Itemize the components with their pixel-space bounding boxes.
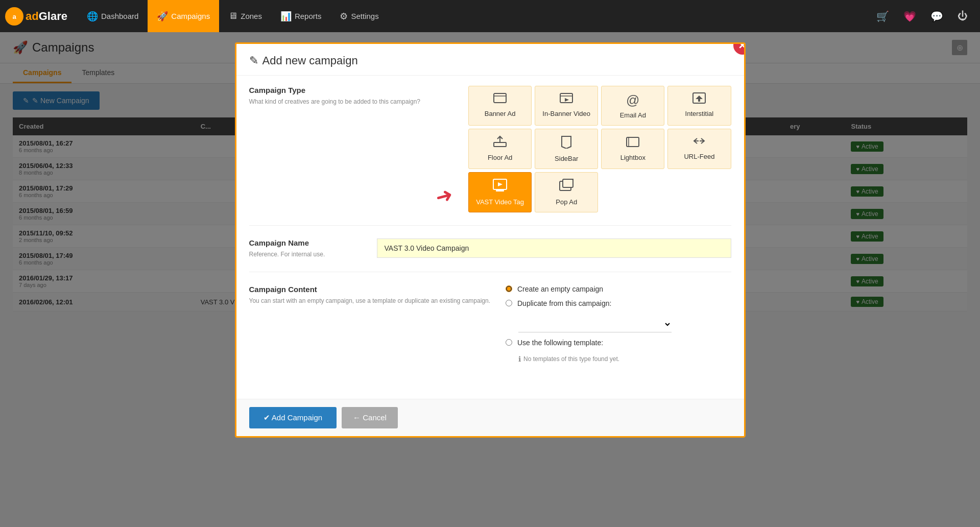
lightbox-icon	[626, 135, 640, 151]
type-lightbox[interactable]: Lightbox	[601, 129, 664, 169]
svg-rect-13	[496, 190, 504, 191]
svg-text:a: a	[12, 13, 16, 20]
campaign-name-section: Campaign Name Reference. For internal us…	[249, 238, 731, 272]
svg-rect-8	[494, 142, 506, 147]
type-floor-ad[interactable]: Floor Ad	[468, 129, 532, 169]
campaign-name-field	[377, 238, 731, 259]
cart-icon[interactable]: 🛒	[869, 0, 896, 32]
reports-icon: 📊	[280, 11, 292, 22]
logo: a adGlare	[5, 7, 67, 26]
modal-title-icon: ✎	[249, 54, 258, 67]
campaign-type-section: Campaign Type What kind of creatives are…	[249, 86, 731, 226]
url-feed-icon	[692, 135, 706, 150]
type-in-banner-video[interactable]: In-Banner Video	[535, 86, 598, 126]
type-sidebar[interactable]: SideBar	[535, 129, 598, 169]
nav-right-icons: 🛒 💗 💬 ⏻	[869, 0, 975, 32]
arrow-container: ➜	[436, 86, 453, 212]
svg-rect-15	[563, 179, 573, 187]
option-template[interactable]: Use the following template:	[506, 339, 731, 347]
banner-ad-icon	[493, 92, 507, 107]
campaign-type-grid: Banner Ad In-Banner Video @ Email Ad	[468, 86, 731, 212]
nav-zones[interactable]: 🖥 Zones	[219, 0, 271, 32]
modal-body: Campaign Type What kind of creatives are…	[236, 76, 744, 399]
campaign-type-label: Campaign Type What kind of creatives are…	[249, 86, 421, 212]
info-icon: ℹ	[518, 355, 521, 363]
campaign-name-input[interactable]	[377, 238, 731, 258]
logo-text: adGlare	[26, 10, 67, 23]
campaign-content-section: Campaign Content You can start with an e…	[249, 285, 731, 376]
svg-marker-6	[565, 98, 569, 102]
interstitial-icon	[692, 92, 706, 107]
svg-marker-12	[498, 182, 503, 186]
page-background: 🚀 Campaigns ⊕ Campaigns Templates ✎ ✎ Ne…	[0, 32, 980, 527]
type-grid: Banner Ad In-Banner Video @ Email Ad	[468, 86, 731, 212]
modal-footer: ✔ Add Campaign ← Cancel	[236, 399, 744, 436]
radio-empty[interactable]	[506, 285, 512, 292]
modal-overlay[interactable]: ✕ ✎ Add new campaign Campaign Type What …	[0, 32, 980, 527]
cancel-button[interactable]: ← Cancel	[342, 407, 398, 428]
vast-video-tag-icon	[493, 179, 507, 195]
type-vast-video-tag[interactable]: VAST Video Tag	[468, 172, 532, 212]
duplicate-dropdown-row	[518, 317, 731, 332]
template-note: ℹ No templates of this type found yet.	[518, 355, 731, 363]
floor-ad-icon	[493, 135, 507, 151]
campaign-content-options: Create an empty campaign Duplicate from …	[506, 285, 731, 363]
rocket-icon: 🚀	[157, 11, 168, 22]
add-campaign-button[interactable]: ✔ Add Campaign	[249, 407, 337, 428]
power-icon[interactable]: ⏻	[950, 0, 975, 32]
type-banner-ad[interactable]: Banner Ad	[468, 86, 532, 126]
red-arrow: ➜	[433, 182, 456, 209]
duplicate-campaign-select[interactable]	[518, 317, 672, 332]
svg-rect-4	[560, 93, 572, 103]
radio-template[interactable]	[506, 339, 512, 346]
logo-icon: a	[5, 7, 23, 26]
radio-duplicate[interactable]	[506, 300, 512, 306]
svg-rect-2	[494, 93, 506, 103]
nav-reports[interactable]: 📊 Reports	[271, 0, 331, 32]
in-banner-video-icon	[559, 92, 573, 107]
globe-icon: 🌐	[87, 11, 98, 22]
modal: ✕ ✎ Add new campaign Campaign Type What …	[235, 42, 746, 438]
campaign-content-label: Campaign Content You can start with an e…	[249, 285, 491, 363]
nav-settings[interactable]: ⚙ Settings	[330, 0, 388, 32]
nav-campaigns[interactable]: 🚀 Campaigns	[148, 0, 219, 32]
option-duplicate[interactable]: Duplicate from this campaign:	[506, 299, 731, 307]
top-nav: a adGlare 🌐 Dashboard 🚀 Campaigns 🖥 Zone…	[0, 0, 980, 32]
heartbeat-icon[interactable]: 💗	[896, 0, 923, 32]
sidebar-icon	[561, 135, 572, 152]
modal-title: Add new campaign	[262, 54, 358, 67]
radio-group: Create an empty campaign Duplicate from …	[506, 285, 731, 363]
type-pop-ad[interactable]: Pop Ad	[535, 172, 598, 212]
chat-icon[interactable]: 💬	[923, 0, 950, 32]
type-email-ad[interactable]: @ Email Ad	[601, 86, 664, 126]
option-empty[interactable]: Create an empty campaign	[506, 285, 731, 293]
monitor-icon: 🖥	[228, 11, 237, 21]
gear-icon: ⚙	[340, 11, 348, 22]
modal-header: ✎ Add new campaign	[236, 44, 744, 76]
campaign-name-label: Campaign Name Reference. For internal us…	[249, 238, 362, 259]
nav-dashboard[interactable]: 🌐 Dashboard	[78, 0, 148, 32]
type-interstitial[interactable]: Interstitial	[667, 86, 731, 126]
type-url-feed[interactable]: URL-Feed	[667, 129, 731, 169]
email-ad-icon: @	[626, 92, 639, 108]
pop-ad-icon	[559, 179, 573, 195]
